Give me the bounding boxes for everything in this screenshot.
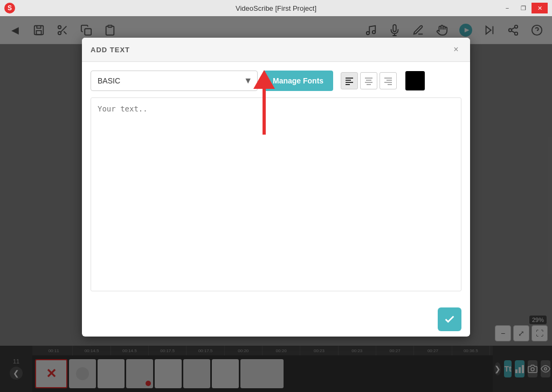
app-icon: S xyxy=(4,3,15,13)
svg-rect-32 xyxy=(346,82,353,83)
svg-rect-40 xyxy=(384,82,392,83)
svg-rect-39 xyxy=(387,80,392,81)
svg-rect-41 xyxy=(388,84,392,85)
text-input[interactable] xyxy=(91,97,461,291)
add-text-dialog: ADD TEXT × BASIC ▼ Manage Fonts xyxy=(82,38,470,337)
svg-rect-33 xyxy=(346,84,350,85)
dialog-title: ADD TEXT xyxy=(91,46,130,54)
dialog-footer xyxy=(82,302,470,337)
title-bar: S VideoScribe [First Project] − ❐ ✕ xyxy=(0,0,552,16)
dialog-body: BASIC ▼ Manage Fonts xyxy=(82,62,470,302)
align-controls xyxy=(341,72,397,89)
close-button[interactable]: ✕ xyxy=(532,3,548,13)
font-select-wrapper: BASIC ▼ xyxy=(91,71,258,91)
svg-rect-31 xyxy=(346,80,351,81)
color-swatch[interactable] xyxy=(405,71,425,90)
dialog-controls: BASIC ▼ Manage Fonts xyxy=(91,71,461,91)
align-left-button[interactable] xyxy=(341,72,358,89)
svg-rect-36 xyxy=(365,82,372,83)
svg-rect-34 xyxy=(365,78,372,79)
align-center-button[interactable] xyxy=(360,72,377,89)
align-right-button[interactable] xyxy=(380,72,397,89)
modal-overlay: ADD TEXT × BASIC ▼ Manage Fonts xyxy=(0,16,552,392)
manage-fonts-button[interactable]: Manage Fonts xyxy=(263,71,333,91)
svg-rect-30 xyxy=(346,78,353,79)
minimize-button[interactable]: − xyxy=(499,3,515,13)
svg-rect-37 xyxy=(367,84,371,85)
restore-button[interactable]: ❐ xyxy=(515,3,532,13)
font-select[interactable]: BASIC xyxy=(91,71,258,91)
svg-rect-38 xyxy=(384,78,392,79)
confirm-button[interactable] xyxy=(438,307,461,331)
dialog-header: ADD TEXT × xyxy=(82,38,470,62)
window-controls: − ❐ ✕ xyxy=(499,3,548,13)
svg-rect-35 xyxy=(366,80,371,81)
dialog-close-button[interactable]: × xyxy=(451,44,461,55)
window-title: VideoScribe [First Project] xyxy=(236,4,316,12)
